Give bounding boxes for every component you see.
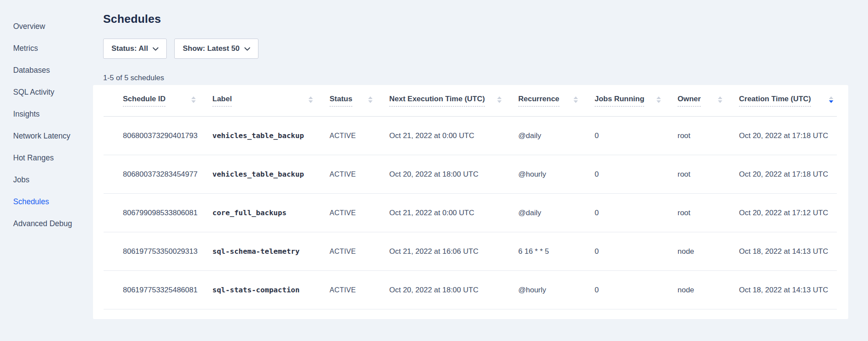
filter-bar: Status: All Show: Latest 50 [103,39,848,59]
column-header-recurrence[interactable]: Recurrence [518,95,595,107]
column-header-jobs-running[interactable]: Jobs Running [595,95,678,107]
next-execution-cell: Oct 21, 2022 at 16:06 UTC [389,247,518,256]
next-execution-cell: Oct 21, 2022 at 0:00 UTC [389,209,518,217]
sidebar-item[interactable]: Metrics [0,37,93,59]
jobs-running-cell: 0 [595,170,678,179]
sidebar-nav: Overview Metrics Databases SQL Activity … [0,0,93,341]
owner-cell: root [678,131,739,140]
sidebar-item[interactable]: Insights [0,103,93,125]
sort-icon[interactable] [497,96,502,103]
creation-time-cell: Oct 20, 2022 at 17:12 UTC [739,209,837,217]
show-filter-label: Show: Latest 50 [183,44,239,53]
jobs-running-cell: 0 [595,286,678,295]
schedule-status-cell: ACTIVE [330,170,389,178]
chevron-down-icon [153,44,158,53]
table-row: 806800373283454977 vehicles_table_backup… [104,155,837,194]
sidebar-item[interactable]: Network Latency [0,125,93,147]
table-row: 806799098533806081 core_full_backups ACT… [104,194,837,232]
schedule-status-cell: ACTIVE [330,286,389,294]
table-header-row: Schedule ID Label Status Next Execution … [104,85,837,117]
schedule-label-cell: vehicles_table_backup [212,131,330,140]
sidebar-item[interactable]: Advanced Debug [0,213,93,234]
next-execution-cell: Oct 21, 2022 at 0:00 UTC [389,131,518,140]
creation-time-cell: Oct 18, 2022 at 14:13 UTC [739,247,837,256]
recurrence-cell: @hourly [518,286,595,295]
show-filter-dropdown[interactable]: Show: Latest 50 [174,39,258,59]
column-header-label: Recurrence [518,95,560,107]
status-filter-dropdown[interactable]: Status: All [103,39,167,59]
table-row: 806197753325486081 sql-stats-compaction … [104,271,837,309]
recurrence-cell: @daily [518,131,595,140]
jobs-running-cell: 0 [595,209,678,217]
column-header-label: Jobs Running [595,95,644,107]
sidebar-item[interactable]: Schedules [0,191,93,213]
schedule-id-cell: 806197753350029313 [104,247,212,256]
next-execution-cell: Oct 20, 2022 at 18:00 UTC [389,286,518,295]
column-header-label: Owner [678,95,701,107]
recurrence-cell: @daily [518,209,595,217]
recurrence-cell: 6 16 * * 5 [518,247,595,256]
sort-icon[interactable] [368,96,373,103]
table-row: 806800373290401793 vehicles_table_backup… [104,117,837,155]
creation-time-cell: Oct 20, 2022 at 17:18 UTC [739,170,837,179]
status-filter-label: Status: All [111,44,148,53]
sidebar-item-label: Advanced Debug [13,219,72,228]
sidebar-item[interactable]: Hot Ranges [0,147,93,169]
sidebar-item-label: Overview [13,22,45,31]
sort-icon[interactable] [574,96,578,103]
sidebar-item-label: Insights [13,110,39,119]
schedule-id-cell: 806799098533806081 [104,209,212,217]
column-header-creation-time[interactable]: Creation Time (UTC) [739,95,837,107]
schedule-id-cell: 806800373290401793 [104,131,212,140]
table-row: 806197753350029313 sql-schema-telemetry … [104,232,837,271]
creation-time-cell: Oct 18, 2022 at 14:13 UTC [739,286,837,295]
sidebar-item-label: SQL Activity [13,88,54,97]
column-header-label-col[interactable]: Label [212,95,330,107]
sidebar-item[interactable]: SQL Activity [0,81,93,103]
schedule-label-cell: sql-stats-compaction [212,286,330,294]
main-content: Schedules Status: All Show: Latest 50 1-… [93,0,848,319]
column-header-label: Status [330,95,352,107]
sidebar-item[interactable]: Jobs [0,169,93,191]
schedules-table-card: Schedule ID Label Status Next Execution … [93,85,848,319]
column-header-label: Next Execution Time (UTC) [389,95,485,107]
sort-icon[interactable] [308,96,313,103]
column-header-schedule-id[interactable]: Schedule ID [104,95,212,107]
page-title: Schedules [103,12,848,26]
schedule-label-cell: sql-schema-telemetry [212,247,330,256]
sidebar-item[interactable]: Overview [0,15,93,37]
schedules-page: Overview Metrics Databases SQL Activity … [0,0,868,341]
results-count: 1-5 of 5 schedules [103,74,848,82]
chevron-down-icon [244,44,250,53]
column-header-status[interactable]: Status [330,95,389,107]
column-header-next-execution[interactable]: Next Execution Time (UTC) [389,95,518,107]
column-header-owner[interactable]: Owner [678,95,739,107]
sort-icon[interactable] [656,96,661,103]
sort-icon[interactable] [191,96,196,103]
schedule-status-cell: ACTIVE [330,209,389,217]
schedule-id-cell: 806800373283454977 [104,170,212,179]
sidebar-item-label: Metrics [13,44,38,53]
owner-cell: root [678,209,739,217]
sidebar-item-label: Jobs [13,175,29,185]
recurrence-cell: @hourly [518,170,595,179]
sidebar-item-label: Schedules [13,197,49,206]
schedule-label-cell: core_full_backups [212,209,330,217]
schedules-table: Schedule ID Label Status Next Execution … [104,85,837,309]
schedule-status-cell: ACTIVE [330,132,389,140]
owner-cell: node [678,286,739,295]
sidebar-item-label: Hot Ranges [13,153,54,163]
schedule-status-cell: ACTIVE [330,248,389,256]
owner-cell: root [678,170,739,179]
sidebar-item[interactable]: Databases [0,59,93,81]
sort-icon[interactable] [829,96,833,103]
owner-cell: node [678,247,739,256]
schedule-id-cell: 806197753325486081 [104,286,212,295]
next-execution-cell: Oct 20, 2022 at 18:00 UTC [389,170,518,179]
column-header-label: Creation Time (UTC) [739,95,811,107]
jobs-running-cell: 0 [595,131,678,140]
sort-icon[interactable] [718,96,722,103]
sidebar-item-label: Databases [13,66,50,75]
jobs-running-cell: 0 [595,247,678,256]
schedule-label-cell: vehicles_table_backup [212,170,330,178]
